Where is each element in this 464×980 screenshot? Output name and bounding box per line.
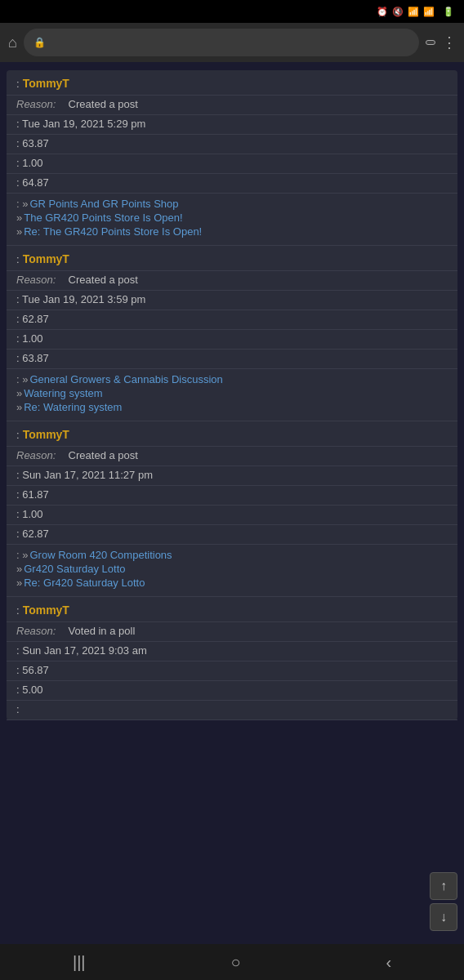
lock-icon: 🔒	[33, 37, 46, 48]
link-colon: »	[16, 225, 22, 238]
signal-icon: 📶	[423, 7, 435, 17]
reason-label: Reason:	[16, 274, 65, 286]
prev-row: : 56.87	[7, 661, 457, 680]
link-row: » The GR420 Points Store Is Open!	[16, 211, 448, 225]
entry-links: : » Grow Room 420 Competitions» Gr420 Sa…	[7, 544, 457, 596]
scroll-up-button[interactable]: ↑	[430, 872, 457, 900]
date-row: : Sun Jan 17, 2021 9:03 am	[7, 641, 457, 661]
link-text[interactable]: GR Points And GR Points Shop	[29, 198, 178, 210]
link-row: » Re: The GR420 Points Store Is Open!	[16, 225, 448, 238]
link-colon: »	[16, 563, 22, 575]
link-row: » Re: Gr420 Saturday Lotto	[16, 576, 448, 590]
reason-label: Reason:	[16, 449, 65, 461]
change-row: : 1.00	[7, 505, 457, 524]
entry-header: : TommyT	[7, 70, 457, 95]
main-content: : TommyTReason: Created a post: Tue Jan …	[7, 70, 457, 720]
date-row: : Tue Jan 19, 2021 5:29 pm	[7, 114, 457, 134]
scroll-buttons: ↑ ↓	[430, 872, 457, 931]
link-row: : » GR Points And GR Points Shop	[16, 197, 448, 211]
battery-icon: 🔋	[443, 7, 454, 17]
reason-value: Created a post	[65, 449, 448, 461]
prev-row: : 62.87	[7, 310, 457, 329]
new-value: : 64.87	[16, 176, 448, 189]
link-row: : » General Growers & Cannabis Discussio…	[16, 372, 448, 386]
link-colon: »	[16, 401, 22, 413]
new-row: : 63.87	[7, 349, 457, 368]
link-text[interactable]: Gr420 Saturday Lotto	[24, 563, 125, 575]
change-row: : 1.00	[7, 154, 457, 173]
entry-links: : » GR Points And GR Points Shop» The GR…	[7, 193, 457, 245]
nav-home-button[interactable]: ○	[214, 947, 257, 978]
colon-label: :	[16, 604, 20, 617]
reason-value: Voted in a poll	[65, 625, 448, 637]
new-value: : 63.87	[16, 352, 448, 364]
link-text[interactable]: Watering system	[24, 387, 102, 399]
link-row: » Gr420 Saturday Lotto	[16, 562, 448, 576]
link-colon: : »	[16, 198, 28, 210]
entry-header: : TommyT	[7, 421, 457, 446]
colon-label: :	[16, 429, 20, 441]
link-colon: »	[16, 212, 22, 224]
link-text[interactable]: Re: The GR420 Points Store Is Open!	[24, 225, 202, 238]
new-row: : 64.87	[7, 173, 457, 193]
prev-value: : 62.87	[16, 313, 448, 325]
date-value: : Sun Jan 17, 2021 11:27 pm	[16, 469, 448, 481]
entry-header: : TommyT	[7, 597, 457, 621]
date-row: : Sun Jan 17, 2021 11:27 pm	[7, 466, 457, 485]
change-row: : 1.00	[7, 329, 457, 349]
entry-header: : TommyT	[7, 246, 457, 270]
entry-block: : TommyTReason: Created a post: Sun Jan …	[7, 421, 457, 597]
new-row: : 62.87	[7, 524, 457, 544]
date-value: : Tue Jan 19, 2021 3:59 pm	[16, 293, 448, 305]
link-row: » Re: Watering system	[16, 400, 448, 414]
nav-back-button[interactable]: ‹	[369, 947, 408, 978]
date-value: : Tue Jan 19, 2021 5:29 pm	[16, 118, 448, 130]
link-row: » Watering system	[16, 386, 448, 400]
prev-value: : 56.87	[16, 664, 448, 676]
alarm-icon: ⏰	[377, 7, 388, 17]
new-value: :	[16, 703, 448, 715]
link-text[interactable]: Re: Watering system	[24, 401, 122, 413]
entry-block: : TommyTReason: Created a post: Tue Jan …	[7, 246, 457, 421]
link-colon: »	[16, 387, 22, 399]
link-text[interactable]: General Growers & Cannabis Discussion	[29, 373, 222, 385]
reason-row: Reason: Created a post	[7, 270, 457, 290]
username: TommyT	[23, 252, 69, 265]
nav-recent-button[interactable]: |||	[56, 947, 102, 978]
wifi-icon: 📶	[408, 7, 419, 17]
reason-row: Reason: Created a post	[7, 446, 457, 466]
prev-value: : 63.87	[16, 137, 448, 149]
change-value: : 1.00	[16, 157, 448, 169]
entry-block: : TommyTReason: Created a post: Tue Jan …	[7, 70, 457, 246]
date-row: : Tue Jan 19, 2021 3:59 pm	[7, 290, 457, 310]
menu-icon[interactable]: ⋮	[442, 33, 456, 51]
link-text[interactable]: Grow Room 420 Competitions	[29, 549, 172, 561]
entry-block: : TommyTReason: Voted in a poll: Sun Jan…	[7, 597, 457, 720]
link-colon: : »	[16, 373, 28, 385]
link-row: : » Grow Room 420 Competitions	[16, 548, 448, 562]
nav-bar: ||| ○ ‹	[0, 944, 464, 980]
colon-label: :	[16, 78, 20, 90]
new-value: : 62.87	[16, 528, 448, 540]
reason-label: Reason:	[16, 625, 65, 637]
reason-label: Reason:	[16, 98, 65, 110]
prev-row: : 63.87	[7, 134, 457, 154]
reason-value: Created a post	[65, 274, 448, 286]
change-value: : 1.00	[16, 332, 448, 345]
home-icon[interactable]: ⌂	[8, 34, 17, 51]
link-text[interactable]: The GR420 Points Store Is Open!	[24, 212, 182, 224]
change-value: : 5.00	[16, 684, 448, 696]
scroll-down-button[interactable]: ↓	[430, 903, 457, 931]
mute-icon: 🔇	[392, 7, 404, 17]
link-text[interactable]: Re: Gr420 Saturday Lotto	[24, 577, 145, 589]
change-value: : 1.00	[16, 508, 448, 520]
change-row: : 5.00	[7, 680, 457, 700]
status-icons: ⏰ 🔇 📶 📶 🔋	[377, 7, 454, 17]
address-bar[interactable]: 🔒	[24, 29, 419, 56]
tab-badge[interactable]	[426, 40, 435, 45]
username: TommyT	[23, 604, 69, 617]
username: TommyT	[23, 428, 69, 441]
reason-row: Reason: Voted in a poll	[7, 621, 457, 641]
link-colon: »	[16, 577, 22, 589]
colon-label: :	[16, 253, 20, 265]
